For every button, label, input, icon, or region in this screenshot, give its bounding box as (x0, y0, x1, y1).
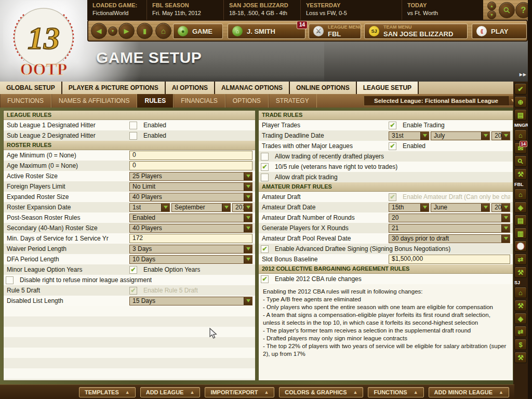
dropdown-21[interactable]: 21 (389, 224, 510, 233)
dropdown-enabled[interactable]: Enabled (129, 214, 252, 222)
tab-global-setup[interactable]: GLOBAL SETUP (0, 82, 62, 94)
checkbox-enabled[interactable] (129, 122, 137, 129)
dropdown-september[interactable]: September (171, 203, 231, 212)
sidebar-button-globe-icon[interactable]: ⊕ (514, 96, 527, 108)
home-icon: ⌂ (518, 191, 523, 198)
dropdown-2012[interactable]: 2012 (491, 131, 510, 140)
subtab-names-affiliations[interactable]: NAMES & AFFILIATIONS (51, 94, 137, 108)
sidebar-button-tools-icon[interactable]: ⚒ (514, 352, 527, 363)
sidebar-button-transactions-icon[interactable]: ⇄ (514, 254, 527, 265)
checkbox-allow-trading-of-recently-drafted-players[interactable] (261, 153, 269, 161)
text-input-age-maximum-0-none[interactable]: 0 (129, 161, 252, 170)
dropdown-july[interactable]: July (431, 131, 490, 140)
text-input-slot-bonus-baseline[interactable]: $1,500,000 (389, 255, 510, 264)
dropdown-june[interactable]: June (431, 203, 490, 212)
tab-player-picture-options[interactable]: PLAYER & PICTURE OPTIONS (62, 82, 166, 94)
checkbox-allow-draft-pick-trading[interactable] (261, 174, 269, 181)
up-triangle-icon: ▴ (490, 4, 493, 8)
chevron-down-icon (244, 214, 252, 222)
bookmark-icon: ▮ (143, 28, 147, 34)
sidebar-button-baseball-icon[interactable] (514, 241, 527, 252)
bottom-button-colors-graphics[interactable]: COLORS & GRAPHICS▲ (279, 387, 363, 397)
field-label: Slot Bonus Baseline (259, 256, 389, 263)
sidebar-button-home-icon[interactable]: ⌂ (514, 287, 527, 298)
tab-ai-options[interactable]: AI OPTIONS (166, 82, 215, 94)
dropdown-10-days[interactable]: 10 Days (129, 255, 252, 264)
subtab-strategy[interactable]: STRATEGY (269, 94, 317, 108)
sidebar-button-transactions-icon[interactable]: ⇄ (514, 326, 527, 337)
trade-rules-panel: TRADE RULESPlayer Trades✔Enable TradingT… (258, 110, 513, 381)
checkbox-label: Enable 2012 CBA rule changes (275, 275, 362, 283)
dropdown-30-days-prior-to-draft[interactable]: 30 days prior to draft (389, 234, 510, 243)
checkbox-enabled[interactable]: ✔ (389, 142, 396, 150)
manager-menu-button[interactable]: ⌂ J. SMITH 14 (228, 23, 305, 39)
dropdown-2012[interactable]: 2012 (232, 203, 252, 212)
dropdown-2012[interactable]: 2012 (491, 203, 510, 212)
search-button[interactable]: ⚲ (499, 2, 515, 18)
subtab-rules[interactable]: RULES (137, 94, 174, 108)
dropdown-31st[interactable]: 31st (389, 131, 429, 140)
checkbox-enabled[interactable] (129, 132, 137, 140)
checkbox-10-5-rule-veterans-have-right-to-veto-trad[interactable]: ✔ (261, 163, 269, 171)
sidebar-button-tools-icon[interactable]: ⚒ (514, 267, 527, 278)
checkbox-enable-option-years[interactable]: ✔ (129, 266, 137, 274)
game-menu-button[interactable]: ● GAME (173, 23, 223, 39)
sidebar-button-check-icon[interactable]: ✔ (514, 83, 527, 95)
dropdown-40-players[interactable]: 40 Players (129, 224, 252, 233)
bookmark-button[interactable]: ▮ (137, 23, 153, 39)
sidebar-button-search-icon[interactable]: ⚲ (514, 155, 527, 167)
dropdown-no-limit[interactable]: No Limit (129, 182, 252, 191)
bottom-button-import-export[interactable]: IMPORT/EXPORT▲ (205, 387, 274, 397)
checkbox-enable-trading[interactable]: ✔ (389, 122, 396, 129)
selected-league-dropdown[interactable]: Selected League: Fictional Baseball Leag… (364, 96, 518, 106)
play-button[interactable]: (( PLAY (472, 23, 527, 39)
team-menu-button[interactable]: SJ TEAM MENU SAN JOSE BLIZZARD (364, 23, 468, 39)
tab-almanac-options[interactable]: ALMANAC OPTIONS (215, 82, 290, 94)
subtab-functions[interactable]: FUNCTIONS (0, 94, 51, 108)
sidebar-button-field-icon[interactable]: ◈ (514, 202, 527, 213)
text-input-min-days-of-service-for-1-service-yr[interactable]: 172 (129, 234, 252, 243)
dropdown-3-days[interactable]: 3 Days (129, 245, 252, 254)
dropdown-40-players[interactable]: 40 Players (129, 193, 252, 202)
bottom-button-add-league[interactable]: ADD LEAGUE▲ (140, 387, 201, 397)
text-input-age-minimum-0-none[interactable]: 0 (129, 151, 252, 160)
tab-online-options[interactable]: ONLINE OPTIONS (290, 82, 357, 94)
history-button[interactable]: ▾ (108, 26, 117, 36)
sidebar-button-customize-icon[interactable]: ⚒ (514, 300, 527, 311)
bottom-button-functions[interactable]: FUNCTIONS▲ (368, 387, 423, 397)
sidebar-button-tools-icon[interactable]: ⚒ (514, 168, 527, 180)
dropdown-15th[interactable]: 15th (389, 203, 429, 212)
sidebar-button-mail-icon[interactable]: ✉14 (514, 142, 527, 154)
home-icon: ⌂ (518, 132, 523, 139)
sidebar-button-home-icon[interactable]: ⌂ (514, 189, 527, 200)
home-button[interactable]: ⌂ (155, 23, 171, 39)
sidebar-button-field-icon[interactable]: ◈ (514, 313, 527, 324)
dropdown-20[interactable]: 20 (389, 214, 510, 222)
subtab-options[interactable]: OPTIONS (225, 94, 269, 108)
sidebar-button-book-icon[interactable]: ▤ (514, 109, 527, 121)
sidebar-button-home-icon[interactable]: ⌂ (514, 129, 527, 141)
back-button[interactable]: ◀ (91, 23, 107, 39)
checkbox-enable-2012-cba-rule-changes[interactable]: ✔ (261, 275, 269, 283)
dropdown-15-days[interactable]: 15 Days (129, 297, 252, 305)
dropdown-25-players[interactable]: 25 Players (129, 172, 252, 181)
sidebar-button-news-icon[interactable]: ▤ (514, 215, 527, 226)
scroll-down-button[interactable]: ▾ (487, 10, 496, 19)
subtab-financials[interactable]: FINANCIALS (174, 94, 225, 108)
checkbox-enable-advanced-draftee-signing-signing-bo[interactable]: ✔ (261, 245, 269, 253)
control-area: 25 Players (129, 172, 255, 181)
scroll-arrows-icon[interactable]: ▶▶ (520, 72, 527, 77)
tab-league-setup[interactable]: LEAGUE SETUP (357, 82, 419, 94)
forward-button[interactable]: ▶ (118, 23, 135, 39)
dropdown-1st[interactable]: 1st (129, 203, 170, 212)
scroll-up-button[interactable]: ▴ (487, 2, 496, 10)
control-area: ✔Enable Advanced Draftee Signing (Signin… (259, 245, 513, 253)
league-menu-button[interactable]: ⚔ LEAGUE MENU FBL (309, 23, 361, 39)
sidebar-button-chart-icon[interactable]: ▥ (514, 228, 527, 239)
triangle (504, 134, 508, 137)
checkbox-disable-right-to-refuse-minor-league-assig[interactable] (6, 276, 14, 284)
field-label: Min. Days of Service for 1 Service Yr (4, 235, 129, 242)
bottom-button-templates[interactable]: TEMPLATES▲ (79, 387, 136, 397)
bottom-button-add-minor-league[interactable]: ADD MINOR LEAGUE▲ (429, 387, 509, 397)
sidebar-button-finance-icon[interactable]: $ (514, 339, 527, 350)
